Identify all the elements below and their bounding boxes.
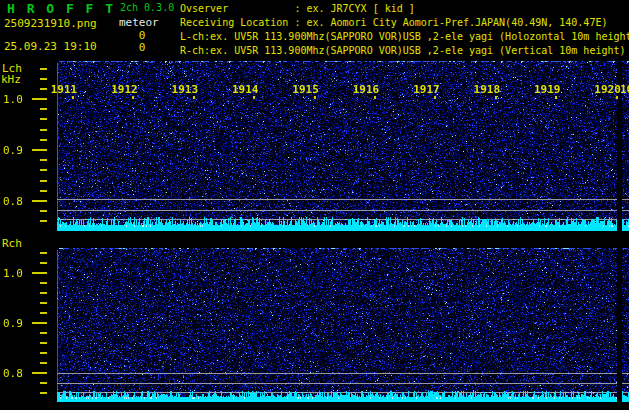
- time-tick-mark: [555, 96, 557, 99]
- freq-minor-tick-mark: [40, 68, 47, 70]
- freq-minor-tick-mark: [40, 129, 47, 131]
- freq-minor-tick-mark: [40, 312, 47, 314]
- time-label: 1914: [230, 83, 260, 96]
- freq-tick-label: 0.9: [3, 317, 23, 330]
- freq-tick-label: 0.9: [3, 144, 23, 157]
- freq-minor-tick-mark: [40, 382, 47, 384]
- time-label: 1912: [109, 83, 139, 96]
- axis-overlay: 1.00.90.81.00.90.81911191219131914191519…: [0, 0, 629, 410]
- freq-minor-tick-mark: [40, 392, 47, 394]
- time-tick-mark: [495, 96, 497, 99]
- time-label: 1918: [472, 83, 502, 96]
- freq-minor-tick-mark: [40, 169, 47, 171]
- time-label: 1911: [49, 83, 79, 96]
- freq-minor-tick-mark: [40, 210, 47, 212]
- freq-minor-tick-mark: [40, 88, 47, 90]
- freq-major-tick-mark: [32, 149, 47, 151]
- time-label: 1916: [351, 83, 381, 96]
- freq-minor-tick-mark: [40, 332, 47, 334]
- freq-minor-tick-mark: [40, 292, 47, 294]
- time-label: 1913: [170, 83, 200, 96]
- freq-minor-tick-mark: [40, 180, 47, 182]
- freq-minor-tick-mark: [40, 342, 47, 344]
- freq-minor-tick-mark: [40, 252, 47, 254]
- freq-minor-tick-mark: [40, 108, 47, 110]
- freq-minor-tick-mark: [40, 190, 47, 192]
- time-label: 1915: [291, 83, 321, 96]
- freq-tick-label: 0.8: [3, 367, 23, 380]
- freq-major-tick-mark: [32, 200, 47, 202]
- freq-tick-label: 1.0: [3, 93, 23, 106]
- time-tick-mark: [434, 96, 436, 99]
- freq-major-tick-mark: [32, 322, 47, 324]
- time-tick-mark: [314, 96, 316, 99]
- freq-minor-tick-mark: [40, 262, 47, 264]
- freq-minor-tick-mark: [40, 139, 47, 141]
- time-tick-mark: [193, 96, 195, 99]
- time-tick-mark: [374, 96, 376, 99]
- freq-minor-tick-mark: [40, 78, 47, 80]
- freq-minor-tick-mark: [40, 362, 47, 364]
- time-tick-mark: [132, 96, 134, 99]
- freq-minor-tick-mark: [40, 159, 47, 161]
- freq-major-tick-mark: [32, 98, 47, 100]
- time-tick-mark: [616, 96, 618, 99]
- time-tick-mark: [253, 96, 255, 99]
- freq-minor-tick-mark: [40, 118, 47, 120]
- freq-minor-tick-mark: [40, 282, 47, 284]
- time-label: 1920: [593, 83, 623, 96]
- hrofft-window: H R O F F T 2ch 0.3.0 2509231910.png met…: [0, 0, 629, 410]
- freq-tick-label: 1.0: [3, 267, 23, 280]
- freq-minor-tick-mark: [40, 302, 47, 304]
- time-label: 1919: [532, 83, 562, 96]
- freq-major-tick-mark: [32, 272, 47, 274]
- time-label: 1917: [411, 83, 441, 96]
- freq-minor-tick-mark: [40, 352, 47, 354]
- freq-tick-label: 0.8: [3, 195, 23, 208]
- freq-major-tick-mark: [32, 372, 47, 374]
- time-tick-mark: [72, 96, 74, 99]
- time-label-partial: 10: [620, 83, 629, 96]
- freq-minor-tick-mark: [40, 220, 47, 222]
